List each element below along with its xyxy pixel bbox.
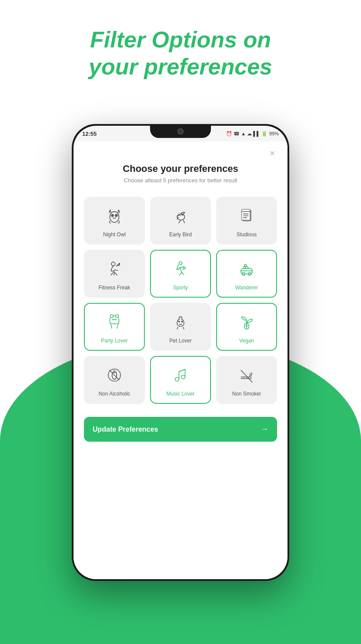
close-button[interactable]: ×: [266, 147, 279, 160]
svg-point-4: [116, 215, 117, 216]
pet-lover-icon: [171, 312, 190, 334]
fitness-freak-icon: [105, 259, 124, 281]
pref-studious[interactable]: Studious: [216, 197, 277, 245]
page-title: Filter Options on your preferences: [0, 26, 361, 80]
music-lover-label: Music Lover: [167, 391, 195, 397]
phone-screen: 12:55 ⏰ ☎ ▲ ☁ ▌▌ 🔋 99% × Choose your pre…: [74, 126, 287, 579]
svg-point-23: [110, 315, 113, 318]
preferences-grid: Night Owl: [74, 192, 287, 408]
sporty-label: Sporty: [173, 285, 188, 291]
night-owl-label: Night Owl: [103, 231, 126, 238]
status-time: 12:55: [82, 131, 97, 137]
vegan-icon: [237, 312, 256, 334]
update-button-area: Update Preferences →: [74, 408, 287, 455]
modal-title: Choose your preferences: [87, 163, 274, 174]
pet-lover-label: Pet Lover: [169, 338, 191, 344]
svg-line-34: [241, 370, 252, 382]
pref-non-alcoholic[interactable]: Non Alcoholic: [84, 356, 145, 404]
non-smoker-label: Non Smoker: [232, 391, 261, 397]
svg-point-31: [181, 375, 185, 379]
header-section: Filter Options on your preferences: [0, 26, 361, 80]
svg-point-18: [179, 262, 182, 265]
non-alcoholic-icon: [105, 366, 124, 387]
status-icons: ⏰ ☎ ▲ ☁ ▌▌ 🔋 99%: [226, 131, 279, 137]
svg-point-24: [116, 315, 119, 318]
arrow-icon: →: [261, 425, 268, 434]
studious-label: Studious: [237, 231, 257, 238]
pref-fitness-freak[interactable]: Fitness Freak: [84, 250, 145, 298]
non-smoker-icon: [237, 366, 256, 387]
svg-point-0: [110, 211, 119, 222]
wanderer-icon: [237, 259, 256, 281]
pref-night-owl[interactable]: Night Owl: [84, 197, 145, 245]
wanderer-label: Wanderer: [235, 285, 258, 291]
svg-point-17: [111, 262, 115, 266]
pref-sporty[interactable]: Sporty: [150, 250, 211, 298]
update-preferences-button[interactable]: Update Preferences →: [84, 417, 277, 442]
svg-point-26: [181, 321, 183, 322]
pref-vegan[interactable]: Vegan: [216, 303, 277, 351]
svg-point-25: [178, 321, 180, 322]
svg-point-6: [182, 214, 183, 215]
fitness-freak-label: Fitness Freak: [99, 285, 130, 291]
party-lover-label: Party Lover: [101, 338, 127, 344]
party-lover-icon: [105, 312, 124, 334]
svg-line-29: [110, 370, 120, 380]
pref-early-bird[interactable]: Early Bird: [150, 197, 211, 245]
sporty-icon: [171, 259, 190, 281]
pref-music-lover[interactable]: Music Lover: [150, 356, 211, 404]
early-bird-icon: [171, 206, 190, 228]
vegan-label: Vegan: [239, 338, 254, 344]
update-btn-label: Update Preferences: [93, 426, 158, 433]
svg-point-30: [175, 377, 179, 381]
modal-header: Choose your preferences Choose atleast 5…: [74, 141, 287, 192]
early-bird-label: Early Bird: [169, 231, 192, 238]
phone-frame: 12:55 ⏰ ☎ ▲ ☁ ▌▌ 🔋 99% × Choose your pre…: [72, 124, 289, 581]
svg-rect-12: [242, 209, 250, 220]
non-alcoholic-label: Non Alcoholic: [99, 391, 130, 397]
pref-pet-lover[interactable]: Pet Lover: [150, 303, 211, 351]
pref-wanderer[interactable]: Wanderer: [216, 250, 277, 298]
modal-subtitle: Choose atleast 5 preferences for better …: [87, 177, 274, 184]
phone-notch: [150, 126, 211, 138]
camera: [177, 128, 184, 134]
screen-content: × Choose your preferences Choose atleast…: [74, 141, 287, 579]
pref-party-lover[interactable]: Party Lover: [84, 303, 145, 351]
night-owl-icon: [105, 206, 124, 228]
pref-non-smoker[interactable]: Non Smoker: [216, 356, 277, 404]
music-lover-icon: [171, 366, 190, 387]
svg-point-3: [112, 215, 113, 216]
studious-icon: [237, 206, 256, 228]
